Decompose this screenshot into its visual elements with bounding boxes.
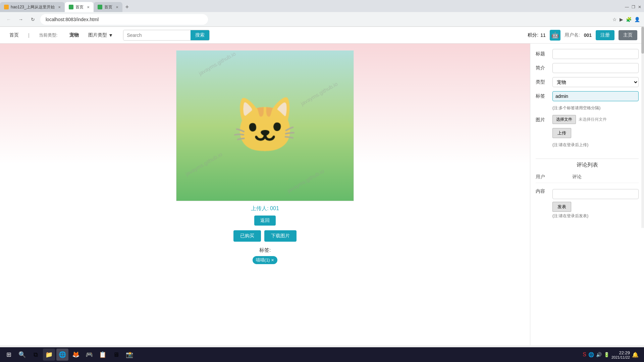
no-file-text: 未选择任何文件 [579, 117, 607, 122]
username-value: 001 [584, 33, 592, 38]
watermark-4: javayms.github.io [286, 168, 325, 194]
main-page-button[interactable]: 主页 [619, 30, 637, 40]
tab-title-hao123: hao123_上网从这里开始 [11, 4, 55, 10]
reload-button[interactable]: ↻ [28, 15, 38, 24]
tab-hao123[interactable]: hao123_上网从这里开始 ✕ [0, 2, 65, 12]
watermark-3: javayms.github.io [184, 151, 223, 177]
tag-list: 喵喵(1) ✕ [253, 256, 278, 264]
nav-current-type-label: 当前类型: [36, 31, 60, 40]
nav-current-type-value: 宠物 [67, 31, 82, 40]
search-input[interactable] [123, 31, 191, 40]
cast-icon[interactable]: ▶ [620, 17, 623, 22]
minimize-icon[interactable]: — [625, 5, 629, 9]
tags-label: 标签: [259, 247, 271, 253]
watermark-1: javayms.github.io [198, 51, 237, 76]
new-tab-button[interactable]: + [122, 2, 132, 12]
tag-item: 喵喵(1) ✕ [253, 256, 278, 264]
dropdown-arrow-icon: ▼ [108, 33, 113, 38]
uploader-value: 001 [270, 205, 279, 211]
tab-title-homepage2: 首页 [104, 4, 112, 10]
post-button[interactable]: 发表 [552, 202, 571, 212]
type-label: 类型 [536, 77, 549, 85]
robot-icon: 🤖 [550, 30, 560, 41]
extensions-icon[interactable]: 🧩 [626, 17, 632, 22]
tab-close-homepage2[interactable]: ✕ [116, 5, 118, 9]
score-label: 积分: [528, 32, 538, 38]
tag-label: 标签 [536, 91, 549, 99]
tab-homepage2[interactable]: 首页 ✕ [94, 2, 122, 12]
tab-close-homepage1[interactable]: ✕ [87, 5, 90, 9]
tag-input[interactable] [552, 91, 639, 101]
comment-header: 用户 评论 [536, 171, 639, 183]
comment-title: 评论列表 [536, 159, 639, 171]
title-label: 标题 [536, 49, 549, 57]
brief-input[interactable] [552, 63, 639, 73]
form-row-brief: 简介 [536, 63, 639, 73]
cat-image: 🐱 [231, 94, 299, 157]
score-value: 11 [540, 33, 546, 38]
form-row-image: 图片 选择文件 未选择任何文件 [536, 115, 639, 124]
search-button[interactable]: 搜索 [191, 30, 209, 40]
nav-home[interactable]: 首页 [7, 31, 21, 40]
download-button[interactable]: 下载图片 [264, 230, 297, 242]
tab-homepage1[interactable]: 首页 ✕ [65, 2, 94, 12]
tag-hint: (注:多个标签请用空格分隔) [552, 105, 639, 111]
restore-icon[interactable]: ❐ [632, 5, 635, 9]
username-label: 用户名: [565, 32, 580, 38]
upload-hint: (注:请在登录后上传) [552, 142, 639, 148]
choose-file-button[interactable]: 选择文件 [552, 115, 576, 124]
action-buttons: 已购买 下载图片 [233, 230, 297, 242]
file-row: 选择文件 未选择任何文件 [552, 115, 607, 124]
tag-name: 喵喵(1) [256, 257, 270, 263]
scrollbar[interactable] [641, 27, 644, 228]
main-content: 🐱 javayms.github.io javayms.github.io ja… [0, 44, 644, 345]
tab-title-homepage1: 首页 [75, 4, 84, 10]
top-navigation: 首页 | 当前类型: 宠物 图片类型 ▼ 搜索 积分: 11 🤖 用户名: 00… [0, 27, 644, 44]
form-row-title: 标题 [536, 49, 639, 59]
scrollbar-thumb[interactable] [641, 27, 644, 54]
tab-close-hao123[interactable]: ✕ [58, 5, 61, 9]
tag-remove-icon[interactable]: ✕ [271, 258, 274, 262]
nav-image-type-dropdown[interactable]: 图片类型 ▼ [88, 32, 113, 38]
back-button[interactable]: 返回 [254, 216, 276, 226]
image-container: 🐱 javayms.github.io javayms.github.io ja… [176, 50, 354, 201]
comment-section: 评论列表 用户 评论 内容 发表 (注:请在登录后发表) [536, 159, 639, 219]
form-row-tag: 标签 [536, 91, 639, 101]
nav-right: 积分: 11 🤖 用户名: 001 注册 主页 [528, 30, 637, 41]
content-label: 内容 [536, 186, 549, 194]
upload-button[interactable]: 上传 [552, 128, 571, 138]
content-area: 🐱 javayms.github.io javayms.github.io ja… [0, 44, 530, 345]
title-input[interactable] [552, 49, 639, 59]
bought-button[interactable]: 已购买 [233, 230, 261, 242]
register-button[interactable]: 注册 [596, 30, 614, 40]
tab-favicon-homepage1 [69, 5, 73, 9]
bookmark-star-icon[interactable]: ☆ [612, 17, 617, 22]
close-window-icon[interactable]: ✕ [638, 5, 641, 9]
uploader-info: 上传人: 001 [251, 205, 279, 212]
sidebar-form: 标题 简介 类型 宠物 风景 人物 动漫 [536, 49, 639, 219]
address-bar-input[interactable] [40, 14, 208, 25]
profile-icon[interactable]: 👤 [634, 17, 640, 22]
form-row-type: 类型 宠物 风景 人物 动漫 [536, 77, 639, 87]
comment-comment-col: 评论 [572, 174, 639, 180]
form-row-content: 内容 [536, 186, 639, 199]
tab-favicon-homepage2 [98, 5, 102, 9]
brief-label: 简介 [536, 63, 549, 71]
search-box: 搜索 [123, 30, 210, 41]
comment-content-input[interactable] [552, 189, 639, 199]
comment-user-col: 用户 [536, 174, 569, 180]
tab-favicon-hao123 [4, 5, 9, 9]
forward-button[interactable]: → [16, 15, 25, 24]
uploader-label: 上传人: [251, 205, 268, 211]
score-badge: 积分: 11 [528, 32, 545, 38]
nav-separator: | [28, 33, 30, 38]
image-label: 图片 [536, 115, 549, 123]
right-sidebar: 标题 简介 类型 宠物 风景 人物 动漫 [530, 44, 644, 345]
watermark-2: javayms.github.io [300, 81, 339, 107]
type-select[interactable]: 宠物 风景 人物 动漫 [552, 77, 639, 87]
post-hint: (注:请在登录后发表) [552, 213, 639, 219]
back-button[interactable]: ← [4, 15, 13, 24]
